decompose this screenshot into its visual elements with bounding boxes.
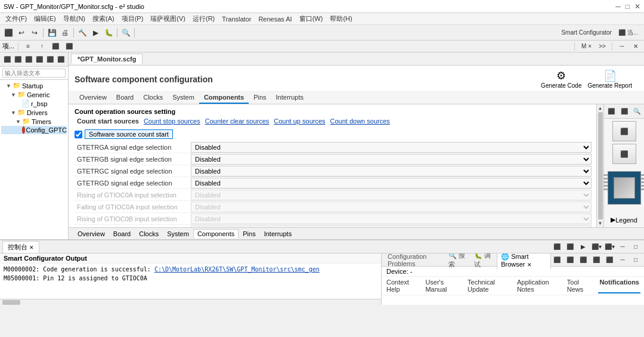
tree-item-configgptc[interactable]: Config_GPTC	[1, 126, 67, 134]
console-minus[interactable]: ─	[617, 241, 628, 253]
nav-tab-contexthelp[interactable]: Context Help	[385, 278, 419, 293]
menu-item-a[interactable]: 搜索(A)	[89, 14, 117, 24]
v-scrollbar[interactable]: ▲ ▼	[596, 104, 603, 227]
console-close-btn[interactable]: ✕	[29, 245, 34, 251]
tree-item-startup[interactable]: ▼📁Startup	[1, 81, 67, 90]
console-hscroll[interactable]	[0, 299, 381, 305]
nav-tab-notifications[interactable]: Notifications	[598, 278, 640, 293]
legend-btn[interactable]: ▶ Legend	[609, 215, 639, 225]
nav-tab-technicalupdate[interactable]: Technical Update	[466, 278, 511, 293]
settings-select[interactable]: Disabled	[191, 154, 592, 165]
t2-close[interactable]: ✕	[630, 41, 642, 52]
minimize-btn[interactable]: ─	[615, 2, 621, 11]
bottom-tab-pins[interactable]: Pins	[239, 229, 259, 238]
nav-tab-applicationnotes[interactable]: Application Notes	[516, 278, 561, 293]
menu-item-v[interactable]: 瑞萨视图(V)	[147, 14, 188, 24]
console-path-link[interactable]: C:\D\MotorLab\RX26T\SW\GPT_Monitor\src\s…	[154, 266, 320, 273]
console-dropdown2[interactable]: ⬛▾	[603, 241, 615, 253]
toolbar-debug[interactable]: 🐛	[103, 27, 114, 39]
tree-item-drivers[interactable]: ▼📁Drivers	[1, 108, 67, 117]
generate-code-btn[interactable]: ⚙ Generate Code	[541, 69, 581, 89]
rp-download-btn[interactable]: ⬛	[612, 144, 636, 164]
bottom-tab-board[interactable]: Board	[109, 229, 135, 238]
lp-btn5[interactable]: ⬛	[45, 54, 55, 66]
count-tab-countstopsources[interactable]: Count stop sources	[141, 118, 203, 125]
rp-btn3[interactable]: 🔍	[631, 106, 643, 118]
menu-item-e[interactable]: 编辑(E)	[31, 14, 59, 24]
sb-btn2[interactable]: ⬛	[564, 254, 576, 266]
settings-select[interactable]: Disabled	[191, 166, 592, 177]
rp-config-btn[interactable]: ⬛	[612, 121, 636, 141]
config-tab-board[interactable]: Board	[112, 92, 138, 104]
count-tab-countdownsources[interactable]: Count down sources	[328, 118, 392, 125]
tree-item-generic[interactable]: ▼📁Generic	[1, 90, 67, 99]
lp-btn6[interactable]: ⬛	[56, 54, 66, 66]
menu-item-r[interactable]: 运行(R)	[190, 14, 218, 24]
console-toolbar-btn2[interactable]: ⬛	[564, 241, 576, 253]
console-play[interactable]: ▶	[577, 241, 589, 253]
menu-item-f[interactable]: 文件(F)	[2, 14, 30, 24]
menu-item-w[interactable]: 窗口(W)	[296, 14, 326, 24]
toolbar-save[interactable]: 💾	[46, 27, 58, 39]
config-tab-interrupts[interactable]: Interrupts	[271, 92, 308, 104]
tree-item-rbsp[interactable]: 📄r_bsp	[1, 99, 67, 108]
count-tab-countstartsources[interactable]: Count start sources	[75, 118, 141, 125]
toolbar-back[interactable]: ⬛	[2, 27, 14, 39]
bottom-tab-overview[interactable]: Overview	[73, 229, 109, 238]
menu-item-translator[interactable]: Translator	[219, 15, 254, 23]
t2-sync[interactable]: ⬛	[63, 41, 75, 52]
nav-tab-user'smanual[interactable]: User's Manual	[424, 278, 462, 293]
count-tab-counterclearsources[interactable]: Counter clear sources	[203, 118, 272, 125]
sb-maximize[interactable]: □	[630, 254, 642, 266]
console-tab[interactable]: 控制台 ✕	[2, 241, 39, 253]
toolbar-run[interactable]: ▶	[89, 27, 101, 39]
lp-btn1[interactable]: ⬛	[2, 54, 12, 66]
console-toolbar-btn1[interactable]: ⬛	[551, 241, 563, 253]
file-tab[interactable]: *GPT_Monitor.scfg	[71, 54, 143, 64]
software-source-checkbox[interactable]	[75, 131, 82, 138]
toolbar-search[interactable]: 🔍	[120, 27, 132, 39]
sb-btn1[interactable]: ⬛	[551, 254, 563, 266]
count-tab-countupsources[interactable]: Count up sources	[271, 118, 327, 125]
t2-extra[interactable]: >>	[596, 41, 608, 52]
settings-select[interactable]: Disabled	[191, 142, 592, 153]
console-dropdown[interactable]: ⬛▾	[590, 241, 602, 253]
config-tab-system[interactable]: System	[168, 92, 199, 104]
nav-tab-toolnews[interactable]: Tool News	[566, 278, 594, 293]
t2-up[interactable]: ↑	[36, 41, 48, 52]
lp-btn2[interactable]: ⬛	[13, 54, 23, 66]
sb-btn3[interactable]: ⬛	[577, 254, 589, 266]
tree-filter-input[interactable]	[2, 69, 66, 78]
menu-item-p[interactable]: 项目(P)	[119, 14, 147, 24]
toolbar-print[interactable]: 🖨	[59, 27, 71, 39]
maximize-btn[interactable]: □	[626, 2, 630, 11]
t2-collapse[interactable]: ≡	[22, 41, 34, 52]
menu-item-n[interactable]: 导航(N)	[60, 14, 88, 24]
close-btn[interactable]: ✕	[634, 2, 640, 11]
bottom-tab-clocks[interactable]: Clocks	[135, 229, 163, 238]
toolbar-build[interactable]: 🔨	[76, 27, 88, 39]
console-hscroll-thumb[interactable]	[2, 300, 20, 305]
toolbar-undo[interactable]: ↩	[16, 27, 27, 39]
t2-filter[interactable]: ⬛	[49, 41, 61, 52]
sb-minimize[interactable]: ─	[617, 254, 628, 266]
toolbar-redo[interactable]: ↪	[29, 27, 41, 39]
rp-btn1[interactable]: ⬛	[605, 106, 617, 118]
config-problems-tab[interactable]: Configuration Problems	[384, 253, 444, 268]
generate-report-btn[interactable]: 📄 Generate Report	[588, 69, 633, 89]
config-tab-overview[interactable]: Overview	[75, 92, 112, 104]
console-maximize[interactable]: □	[630, 241, 642, 253]
menu-item-renesasai[interactable]: Renesas AI	[255, 15, 295, 23]
sb-btn4[interactable]: ⬛	[590, 254, 602, 266]
toolbar-smart-config[interactable]: Smart Configurator	[557, 27, 615, 39]
tree-item-timers[interactable]: ▼📁Timers	[1, 117, 67, 126]
sb-btn5[interactable]: ⬛	[603, 254, 615, 266]
settings-select[interactable]: Disabled	[191, 178, 592, 188]
t2-m[interactable]: M ×	[578, 41, 595, 52]
config-tab-components[interactable]: Components	[199, 92, 249, 104]
config-tab-clocks[interactable]: Clocks	[138, 92, 168, 104]
bottom-tab-components[interactable]: Components	[193, 229, 239, 238]
config-tab-pins[interactable]: Pins	[249, 92, 271, 104]
t2-minimize[interactable]: ─	[616, 41, 628, 52]
lp-btn4[interactable]: ⬛	[35, 54, 44, 66]
